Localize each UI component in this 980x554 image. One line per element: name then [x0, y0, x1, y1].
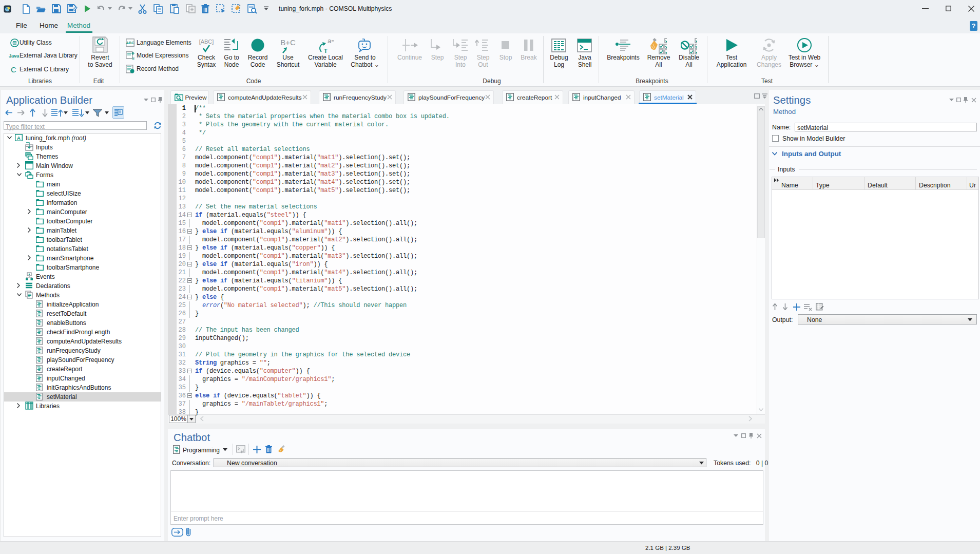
svg-text:a=: a= [328, 38, 334, 45]
svg-text:ABC: ABC [126, 41, 134, 45]
svg-text:B+C: B+C [280, 38, 296, 47]
svg-text:a=: a= [132, 56, 135, 60]
svg-text:[ABC]: [ABC] [199, 39, 214, 45]
svg-text:A: A [17, 135, 21, 141]
svg-text:T: T [324, 48, 328, 54]
